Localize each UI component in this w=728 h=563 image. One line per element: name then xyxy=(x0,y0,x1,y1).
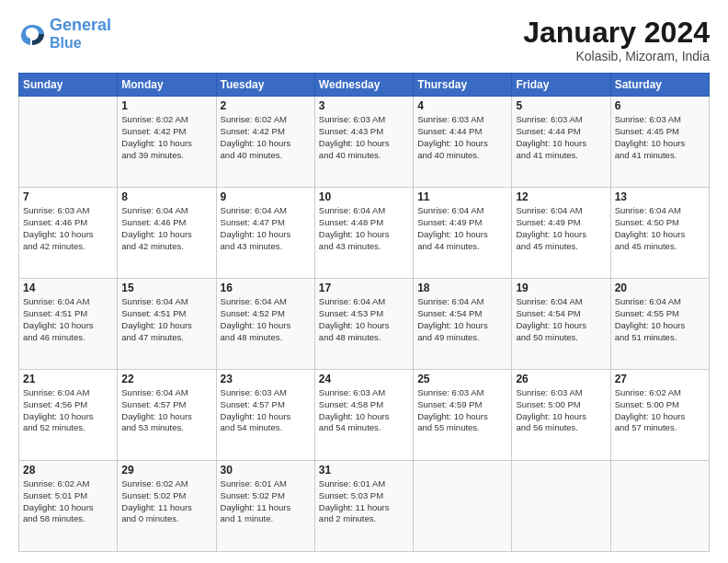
day-info: Sunrise: 6:04 AM Sunset: 4:49 PM Dayligh… xyxy=(417,205,507,252)
page: General Blue January 2024 Kolasib, Mizor… xyxy=(0,0,728,563)
day-number: 12 xyxy=(516,190,606,203)
day-info: Sunrise: 6:03 AM Sunset: 4:45 PM Dayligh… xyxy=(615,114,705,161)
day-info: Sunrise: 6:04 AM Sunset: 4:54 PM Dayligh… xyxy=(417,296,507,343)
table-row: 28Sunrise: 6:02 AM Sunset: 5:01 PM Dayli… xyxy=(19,461,118,552)
month-title: January 2024 xyxy=(523,17,710,49)
day-number: 28 xyxy=(23,464,113,477)
day-number: 8 xyxy=(121,190,211,203)
day-number: 14 xyxy=(23,282,113,294)
day-info: Sunrise: 6:04 AM Sunset: 4:55 PM Dayligh… xyxy=(615,296,705,343)
calendar-table: Sunday Monday Tuesday Wednesday Thursday… xyxy=(18,73,710,552)
day-info: Sunrise: 6:02 AM Sunset: 5:02 PM Dayligh… xyxy=(121,478,211,525)
day-number: 3 xyxy=(319,99,409,112)
day-number: 1 xyxy=(121,99,211,112)
day-info: Sunrise: 6:03 AM Sunset: 4:57 PM Dayligh… xyxy=(221,387,311,434)
day-number: 17 xyxy=(319,282,409,294)
table-row: 30Sunrise: 6:01 AM Sunset: 5:02 PM Dayli… xyxy=(216,461,314,552)
day-number: 10 xyxy=(319,190,409,203)
day-number: 30 xyxy=(221,464,311,477)
table-row: 9Sunrise: 6:04 AM Sunset: 4:47 PM Daylig… xyxy=(216,188,314,279)
day-info: Sunrise: 6:03 AM Sunset: 4:59 PM Dayligh… xyxy=(417,387,507,434)
day-info: Sunrise: 6:04 AM Sunset: 4:50 PM Dayligh… xyxy=(615,205,705,252)
week-row-1: 1Sunrise: 6:02 AM Sunset: 4:42 PM Daylig… xyxy=(19,97,710,188)
day-info: Sunrise: 6:03 AM Sunset: 4:44 PM Dayligh… xyxy=(516,114,606,161)
day-info: Sunrise: 6:04 AM Sunset: 4:51 PM Dayligh… xyxy=(121,296,211,343)
col-thursday: Thursday xyxy=(414,74,512,97)
day-number: 9 xyxy=(221,190,311,203)
table-row: 27Sunrise: 6:02 AM Sunset: 5:00 PM Dayli… xyxy=(610,370,709,461)
day-info: Sunrise: 6:02 AM Sunset: 5:00 PM Dayligh… xyxy=(615,387,705,434)
day-info: Sunrise: 6:03 AM Sunset: 4:58 PM Dayligh… xyxy=(319,387,409,434)
day-info: Sunrise: 6:02 AM Sunset: 4:42 PM Dayligh… xyxy=(121,114,211,161)
day-number: 27 xyxy=(615,373,705,385)
day-number: 29 xyxy=(121,464,211,477)
day-number: 22 xyxy=(121,373,211,385)
table-row: 13Sunrise: 6:04 AM Sunset: 4:50 PM Dayli… xyxy=(610,188,709,279)
table-row: 1Sunrise: 6:02 AM Sunset: 4:42 PM Daylig… xyxy=(118,97,216,188)
day-info: Sunrise: 6:04 AM Sunset: 4:51 PM Dayligh… xyxy=(23,296,113,343)
day-number: 20 xyxy=(615,282,705,294)
day-number: 6 xyxy=(615,99,705,112)
day-number: 13 xyxy=(615,190,705,203)
day-info: Sunrise: 6:04 AM Sunset: 4:48 PM Dayligh… xyxy=(319,205,409,252)
day-info: Sunrise: 6:04 AM Sunset: 4:53 PM Dayligh… xyxy=(319,296,409,343)
table-row: 6Sunrise: 6:03 AM Sunset: 4:45 PM Daylig… xyxy=(610,97,709,188)
table-row: 26Sunrise: 6:03 AM Sunset: 5:00 PM Dayli… xyxy=(512,370,610,461)
col-friday: Friday xyxy=(512,74,610,97)
table-row: 23Sunrise: 6:03 AM Sunset: 4:57 PM Dayli… xyxy=(216,370,314,461)
day-number: 15 xyxy=(121,282,211,294)
day-number: 31 xyxy=(319,464,409,477)
day-info: Sunrise: 6:04 AM Sunset: 4:46 PM Dayligh… xyxy=(121,205,211,252)
table-row: 16Sunrise: 6:04 AM Sunset: 4:52 PM Dayli… xyxy=(216,279,314,370)
table-row: 19Sunrise: 6:04 AM Sunset: 4:54 PM Dayli… xyxy=(512,279,610,370)
logo-icon xyxy=(18,20,46,48)
col-tuesday: Tuesday xyxy=(216,74,314,97)
day-info: Sunrise: 6:03 AM Sunset: 4:44 PM Dayligh… xyxy=(417,114,507,161)
day-number: 24 xyxy=(319,373,409,385)
col-saturday: Saturday xyxy=(610,74,709,97)
day-info: Sunrise: 6:03 AM Sunset: 5:00 PM Dayligh… xyxy=(516,387,606,434)
table-row: 25Sunrise: 6:03 AM Sunset: 4:59 PM Dayli… xyxy=(414,370,512,461)
table-row: 15Sunrise: 6:04 AM Sunset: 4:51 PM Dayli… xyxy=(118,279,216,370)
table-row: 21Sunrise: 6:04 AM Sunset: 4:56 PM Dayli… xyxy=(19,370,118,461)
day-number: 7 xyxy=(23,190,113,203)
day-number: 11 xyxy=(417,190,507,203)
day-number: 19 xyxy=(516,282,606,294)
day-number: 16 xyxy=(221,282,311,294)
day-info: Sunrise: 6:04 AM Sunset: 4:49 PM Dayligh… xyxy=(516,205,606,252)
day-info: Sunrise: 6:04 AM Sunset: 4:54 PM Dayligh… xyxy=(516,296,606,343)
day-info: Sunrise: 6:01 AM Sunset: 5:02 PM Dayligh… xyxy=(221,478,311,525)
week-row-3: 14Sunrise: 6:04 AM Sunset: 4:51 PM Dayli… xyxy=(19,279,710,370)
day-number: 2 xyxy=(221,99,311,112)
day-info: Sunrise: 6:03 AM Sunset: 4:46 PM Dayligh… xyxy=(23,205,113,252)
day-number: 25 xyxy=(417,373,507,385)
table-row: 22Sunrise: 6:04 AM Sunset: 4:57 PM Dayli… xyxy=(118,370,216,461)
col-sunday: Sunday xyxy=(19,74,118,97)
table-row: 20Sunrise: 6:04 AM Sunset: 4:55 PM Dayli… xyxy=(610,279,709,370)
table-row: 8Sunrise: 6:04 AM Sunset: 4:46 PM Daylig… xyxy=(118,188,216,279)
day-info: Sunrise: 6:04 AM Sunset: 4:56 PM Dayligh… xyxy=(23,387,113,434)
day-info: Sunrise: 6:04 AM Sunset: 4:47 PM Dayligh… xyxy=(221,205,311,252)
day-info: Sunrise: 6:04 AM Sunset: 4:57 PM Dayligh… xyxy=(121,387,211,434)
table-row: 4Sunrise: 6:03 AM Sunset: 4:44 PM Daylig… xyxy=(414,97,512,188)
table-row: 18Sunrise: 6:04 AM Sunset: 4:54 PM Dayli… xyxy=(414,279,512,370)
day-number: 26 xyxy=(516,373,606,385)
table-row: 31Sunrise: 6:01 AM Sunset: 5:03 PM Dayli… xyxy=(314,461,413,552)
table-row xyxy=(414,461,512,552)
table-row: 17Sunrise: 6:04 AM Sunset: 4:53 PM Dayli… xyxy=(314,279,413,370)
table-row: 5Sunrise: 6:03 AM Sunset: 4:44 PM Daylig… xyxy=(512,97,610,188)
logo-subtext: Blue xyxy=(50,35,111,52)
week-row-5: 28Sunrise: 6:02 AM Sunset: 5:01 PM Dayli… xyxy=(19,461,710,552)
location: Kolasib, Mizoram, India xyxy=(523,49,710,63)
week-row-2: 7Sunrise: 6:03 AM Sunset: 4:46 PM Daylig… xyxy=(19,188,710,279)
day-number: 5 xyxy=(516,99,606,112)
table-row: 29Sunrise: 6:02 AM Sunset: 5:02 PM Dayli… xyxy=(118,461,216,552)
day-info: Sunrise: 6:04 AM Sunset: 4:52 PM Dayligh… xyxy=(221,296,311,343)
day-info: Sunrise: 6:02 AM Sunset: 4:42 PM Dayligh… xyxy=(221,114,311,161)
logo: General Blue xyxy=(18,17,111,51)
table-row: 3Sunrise: 6:03 AM Sunset: 4:43 PM Daylig… xyxy=(314,97,413,188)
day-number: 18 xyxy=(417,282,507,294)
table-row: 7Sunrise: 6:03 AM Sunset: 4:46 PM Daylig… xyxy=(19,188,118,279)
day-number: 23 xyxy=(221,373,311,385)
table-row: 24Sunrise: 6:03 AM Sunset: 4:58 PM Dayli… xyxy=(314,370,413,461)
